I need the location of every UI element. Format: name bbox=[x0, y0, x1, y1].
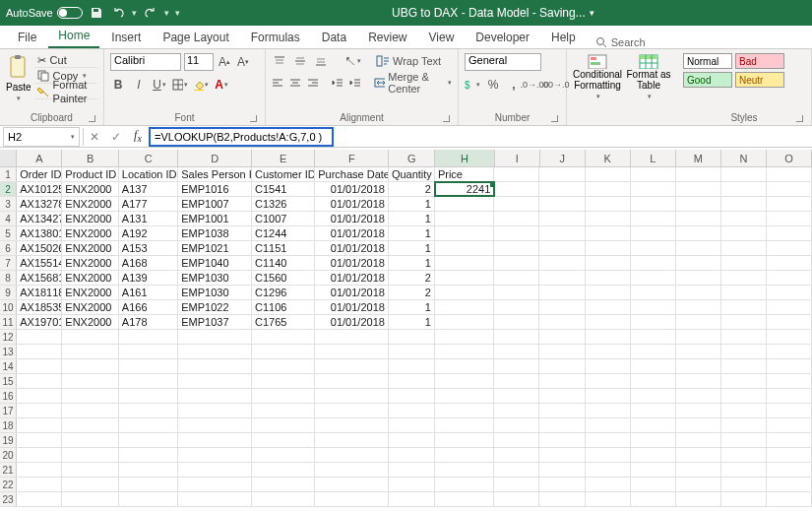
autosave-toggle[interactable]: AutoSave bbox=[6, 7, 83, 19]
cell-K3[interactable] bbox=[586, 197, 631, 211]
cell-N3[interactable] bbox=[721, 197, 767, 211]
cell-H20[interactable] bbox=[435, 448, 494, 462]
cell-J19[interactable] bbox=[539, 433, 585, 447]
cell-I21[interactable] bbox=[494, 463, 539, 477]
cell-K12[interactable] bbox=[586, 330, 631, 344]
cell-F13[interactable] bbox=[315, 345, 389, 358]
cell-H13[interactable] bbox=[435, 345, 494, 358]
cell-E9[interactable]: C1296 bbox=[252, 286, 315, 299]
cell-G7[interactable]: 1 bbox=[389, 256, 435, 270]
cell-D6[interactable]: EMP1021 bbox=[178, 241, 252, 255]
cell-B12[interactable] bbox=[62, 330, 119, 344]
cell-I8[interactable] bbox=[494, 271, 539, 285]
cell-O11[interactable] bbox=[767, 315, 812, 329]
cell-G14[interactable] bbox=[389, 359, 435, 373]
decrease-decimal-button[interactable]: .00→.0 bbox=[547, 77, 563, 93]
cell-O12[interactable] bbox=[767, 330, 812, 344]
cell-C16[interactable] bbox=[119, 389, 178, 403]
cell-N2[interactable] bbox=[721, 182, 767, 196]
cell-K16[interactable] bbox=[586, 389, 631, 403]
cell-H14[interactable] bbox=[435, 359, 494, 373]
align-right-icon[interactable] bbox=[306, 75, 319, 91]
row-header-17[interactable]: 17 bbox=[0, 404, 17, 417]
cell-J21[interactable] bbox=[539, 463, 585, 477]
cell-M17[interactable] bbox=[676, 404, 721, 417]
cell-A12[interactable] bbox=[17, 330, 62, 344]
cell-F22[interactable] bbox=[315, 478, 389, 491]
row-header-8[interactable]: 8 bbox=[0, 271, 17, 285]
tab-view[interactable]: View bbox=[419, 26, 465, 48]
cell-O5[interactable] bbox=[767, 226, 812, 240]
paste-button[interactable]: Paste ▾ bbox=[6, 53, 31, 102]
cell-E10[interactable]: C1106 bbox=[252, 300, 315, 314]
cell-B7[interactable]: ENX2000 bbox=[62, 256, 119, 270]
cell-E16[interactable] bbox=[252, 389, 315, 403]
cell-C12[interactable] bbox=[119, 330, 178, 344]
cell-D13[interactable] bbox=[178, 345, 252, 358]
cell-M3[interactable] bbox=[676, 197, 721, 211]
cell-style-normal[interactable]: Normal bbox=[683, 53, 732, 69]
cell-G19[interactable] bbox=[389, 433, 435, 447]
cell-J13[interactable] bbox=[539, 345, 585, 358]
cell-D14[interactable] bbox=[178, 359, 252, 373]
cell-L11[interactable] bbox=[631, 315, 676, 329]
cell-C15[interactable] bbox=[119, 374, 178, 388]
cell-C10[interactable]: A166 bbox=[119, 300, 178, 314]
column-header-F[interactable]: F bbox=[315, 150, 389, 166]
row-header-15[interactable]: 15 bbox=[0, 374, 17, 388]
cell-K2[interactable] bbox=[586, 182, 631, 196]
cell-O23[interactable] bbox=[767, 492, 812, 506]
cell-D18[interactable] bbox=[178, 418, 252, 432]
column-header-H[interactable]: H bbox=[435, 150, 494, 166]
cell-I18[interactable] bbox=[494, 418, 539, 432]
cell-A20[interactable] bbox=[17, 448, 62, 462]
orientation-button[interactable]: ⭦▾ bbox=[344, 53, 360, 69]
cell-N13[interactable] bbox=[721, 345, 767, 358]
column-header-L[interactable]: L bbox=[631, 150, 676, 166]
cell-O1[interactable] bbox=[767, 167, 812, 181]
cell-N1[interactable] bbox=[721, 167, 767, 181]
tab-home[interactable]: Home bbox=[48, 24, 99, 48]
cell-H19[interactable] bbox=[435, 433, 494, 447]
cell-A9[interactable]: AX18118 bbox=[17, 286, 62, 299]
cell-K18[interactable] bbox=[586, 418, 631, 432]
cell-K13[interactable] bbox=[586, 345, 631, 358]
undo-icon[interactable] bbox=[110, 5, 126, 21]
cell-K17[interactable] bbox=[586, 404, 631, 417]
cell-K5[interactable] bbox=[586, 226, 631, 240]
cell-L5[interactable] bbox=[631, 226, 676, 240]
cell-C18[interactable] bbox=[119, 418, 178, 432]
cell-B14[interactable] bbox=[62, 359, 119, 373]
cell-O4[interactable] bbox=[767, 212, 812, 225]
cell-D3[interactable]: EMP1007 bbox=[178, 197, 252, 211]
cell-D11[interactable]: EMP1037 bbox=[178, 315, 252, 329]
cell-N22[interactable] bbox=[721, 478, 767, 491]
select-all-corner[interactable] bbox=[0, 150, 17, 166]
cell-H23[interactable] bbox=[435, 492, 494, 506]
cell-G11[interactable]: 1 bbox=[389, 315, 435, 329]
cell-J15[interactable] bbox=[539, 374, 585, 388]
cell-L3[interactable] bbox=[631, 197, 676, 211]
cell-N19[interactable] bbox=[721, 433, 767, 447]
cell-O21[interactable] bbox=[767, 463, 812, 477]
cell-B17[interactable] bbox=[62, 404, 119, 417]
conditional-formatting-button[interactable]: Conditional Formatting▾ bbox=[573, 53, 622, 102]
cell-K1[interactable] bbox=[586, 167, 631, 181]
borders-button[interactable]: ▾ bbox=[172, 77, 188, 93]
cell-A19[interactable] bbox=[17, 433, 62, 447]
cell-C21[interactable] bbox=[119, 463, 178, 477]
cell-O19[interactable] bbox=[767, 433, 812, 447]
cell-I6[interactable] bbox=[494, 241, 539, 255]
cell-C20[interactable] bbox=[119, 448, 178, 462]
cell-A5[interactable]: AX13801 bbox=[17, 226, 62, 240]
row-header-9[interactable]: 9 bbox=[0, 286, 17, 299]
cell-D5[interactable]: EMP1038 bbox=[178, 226, 252, 240]
cell-G21[interactable] bbox=[389, 463, 435, 477]
cell-I4[interactable] bbox=[494, 212, 539, 225]
redo-icon[interactable] bbox=[143, 5, 158, 21]
cut-button[interactable]: ✂Cut bbox=[35, 53, 97, 68]
cell-A14[interactable] bbox=[17, 359, 62, 373]
cell-G4[interactable]: 1 bbox=[389, 212, 435, 225]
cell-J20[interactable] bbox=[539, 448, 585, 462]
tab-insert[interactable]: Insert bbox=[101, 26, 151, 48]
